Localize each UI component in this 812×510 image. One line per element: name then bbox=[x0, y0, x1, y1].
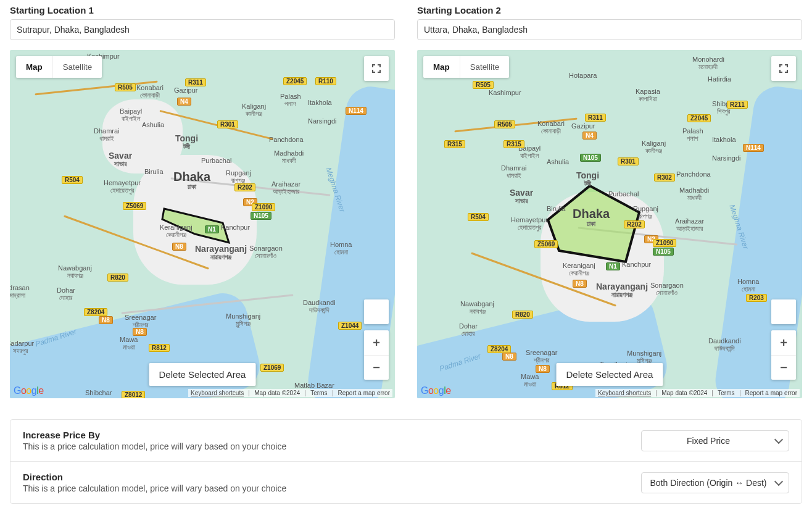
google-logo-2: Google bbox=[421, 385, 451, 396]
fullscreen-icon bbox=[371, 64, 381, 73]
road-z1044: Z1044 bbox=[338, 322, 362, 330]
road-z5069: Z5069 bbox=[123, 202, 146, 210]
map2-extra-control[interactable] bbox=[771, 299, 796, 324]
place-itakhola: Itakhola bbox=[308, 99, 332, 107]
place-hemayetpur: Hemayetpur bbox=[104, 179, 141, 186]
place-palash: Palash bbox=[280, 93, 301, 100]
map2-satellite-btn[interactable]: Satellite bbox=[460, 56, 509, 78]
terms-link[interactable]: Terms bbox=[310, 390, 327, 396]
road-n8c: N8 bbox=[99, 316, 113, 324]
place-madhabdi: Madhabdi bbox=[274, 149, 304, 157]
increase-price-title: Increase Price By bbox=[23, 430, 286, 440]
road-r504: R504 bbox=[62, 176, 83, 184]
increase-price-select[interactable]: Fixed Price bbox=[641, 430, 789, 451]
location2-input[interactable] bbox=[417, 19, 802, 40]
map1-satellite-btn[interactable]: Satellite bbox=[52, 56, 102, 78]
place-ashulia: Ashulia bbox=[142, 122, 164, 129]
place-savar: Savar bbox=[109, 151, 132, 161]
direction-desc: This is a price calculation model, price… bbox=[23, 483, 286, 493]
keyboard-shortcuts-link-2[interactable]: Keyboard shortcuts bbox=[598, 390, 651, 396]
map2-map-btn[interactable]: Map bbox=[423, 56, 460, 78]
place-homna: Homna bbox=[330, 241, 352, 248]
map1-extra-control[interactable] bbox=[364, 299, 389, 324]
location1-input[interactable] bbox=[10, 19, 395, 40]
place-sonargaon: Sonargaon bbox=[249, 245, 283, 252]
road-r812: R812 bbox=[149, 344, 170, 352]
map-1[interactable]: Dhaka ঢাকা Savar সাভার Tongi টঙ্গী Naray… bbox=[10, 50, 395, 398]
road-z8204: Z8204 bbox=[84, 308, 107, 316]
map1-map-btn[interactable]: Map bbox=[16, 56, 52, 78]
road-n8b: N8 bbox=[133, 328, 147, 336]
road-n4: N4 bbox=[177, 98, 191, 106]
road-r311: R311 bbox=[185, 78, 206, 86]
place-savar-native: সাভার bbox=[109, 161, 132, 168]
place-daudkandi: Daudkandi bbox=[303, 299, 336, 306]
map1-delete-area-btn[interactable]: Delete Selected Area bbox=[149, 363, 256, 386]
map2-type-switch[interactable]: Map Satellite bbox=[423, 56, 509, 78]
place-nawabganj: Nawabganj bbox=[58, 264, 92, 272]
place-narayanganj: Narayanganj bbox=[195, 244, 247, 254]
place-tongi: Tongi bbox=[175, 133, 198, 143]
road-z1069: Z1069 bbox=[260, 364, 284, 372]
map2-zoom-out[interactable]: − bbox=[771, 355, 796, 380]
place-sadarpur: Sadarpur bbox=[10, 340, 34, 347]
road-z1090: Z1090 bbox=[252, 203, 275, 211]
road-r505: R505 bbox=[115, 83, 136, 91]
road-r202: R202 bbox=[234, 183, 255, 191]
place-narsingdi: Narsingdi bbox=[308, 118, 336, 125]
mapdata-text: Map data ©2024 bbox=[254, 390, 300, 396]
road-r820: R820 bbox=[107, 274, 128, 282]
map1-fullscreen-btn[interactable] bbox=[364, 56, 389, 81]
place-rupganj: Rupganj bbox=[226, 169, 251, 177]
google-logo: Google bbox=[14, 385, 44, 396]
place-kanchpur: Kanchpur bbox=[221, 224, 250, 232]
map1-zoom-out[interactable]: − bbox=[364, 355, 389, 380]
place-panchdona: Panchdona bbox=[269, 136, 304, 144]
map2-attribution: Keyboard shortcuts Map data ©2024 Terms … bbox=[595, 389, 800, 397]
place-gazipur: Gazipur bbox=[174, 87, 198, 94]
place-birulia: Birulia bbox=[144, 169, 164, 176]
report-link[interactable]: Report a map error bbox=[338, 390, 390, 396]
road-z8012: Z8012 bbox=[122, 391, 145, 398]
keyboard-shortcuts-link[interactable]: Keyboard shortcuts bbox=[191, 390, 244, 396]
place-dhaka-native: ঢাকা bbox=[173, 183, 210, 191]
place2-dhaka: Dhaka bbox=[573, 207, 610, 220]
road-n1: N1 bbox=[205, 225, 219, 233]
place-konabari: Konabari bbox=[136, 84, 164, 91]
fullscreen-icon bbox=[779, 64, 789, 73]
place-mawa: Mawa bbox=[120, 336, 138, 343]
place-narayanganj-native: নারায়ণগঞ্জ bbox=[195, 254, 247, 261]
map2-delete-area-btn[interactable]: Delete Selected Area bbox=[557, 363, 663, 386]
place-kaliganj: Kaliganj bbox=[242, 102, 266, 110]
road-n8a: N8 bbox=[172, 243, 186, 251]
place-keraniganj: Keraniganj bbox=[160, 224, 193, 231]
direction-select[interactable]: Both Direction (Origin ↔ Dest) bbox=[641, 472, 789, 493]
place-shibchar: Shibchar bbox=[85, 390, 112, 397]
road-z2045: Z2045 bbox=[283, 77, 307, 85]
road-n105: N105 bbox=[251, 212, 271, 220]
road-n114: N114 bbox=[346, 107, 367, 115]
road-r301: R301 bbox=[217, 120, 238, 128]
place-dhamrai: Dhamrai bbox=[94, 127, 120, 135]
map2-fullscreen-btn[interactable] bbox=[771, 56, 796, 81]
place-tongi-native: টঙ্গী bbox=[175, 143, 198, 151]
place-baipayl: Baipayl bbox=[120, 107, 142, 115]
direction-title: Direction bbox=[23, 472, 286, 482]
place-dohar: Dohar bbox=[57, 286, 75, 294]
place-sreenagar: Sreenagar bbox=[125, 314, 156, 321]
place-matlab: Matlab Bazar bbox=[294, 382, 334, 390]
location2-label: Starting Location 2 bbox=[417, 5, 802, 15]
map2-zoom-in[interactable]: + bbox=[771, 330, 796, 355]
location1-label: Starting Location 1 bbox=[10, 5, 395, 15]
map1-attribution: Keyboard shortcuts Map data ©2024 Terms … bbox=[188, 389, 392, 397]
map1-type-switch[interactable]: Map Satellite bbox=[16, 56, 102, 78]
place-keraniganj-native: কেরানীগঞ্জ bbox=[160, 232, 193, 239]
road-r110: R110 bbox=[315, 77, 336, 85]
place-purbachal: Purbachal bbox=[201, 157, 232, 165]
place-adrasan: adrasan bbox=[10, 284, 30, 291]
place-araihazar: Araihazar bbox=[271, 180, 300, 188]
map-2[interactable]: Dhaka ঢাকা Savar সাভার Tongi টঙ্গী Naray… bbox=[417, 50, 802, 398]
place-munshiganj: Munshiganj bbox=[226, 312, 260, 320]
increase-price-desc: This is a price calculation model, price… bbox=[23, 441, 286, 451]
map1-zoom-in[interactable]: + bbox=[364, 330, 389, 355]
